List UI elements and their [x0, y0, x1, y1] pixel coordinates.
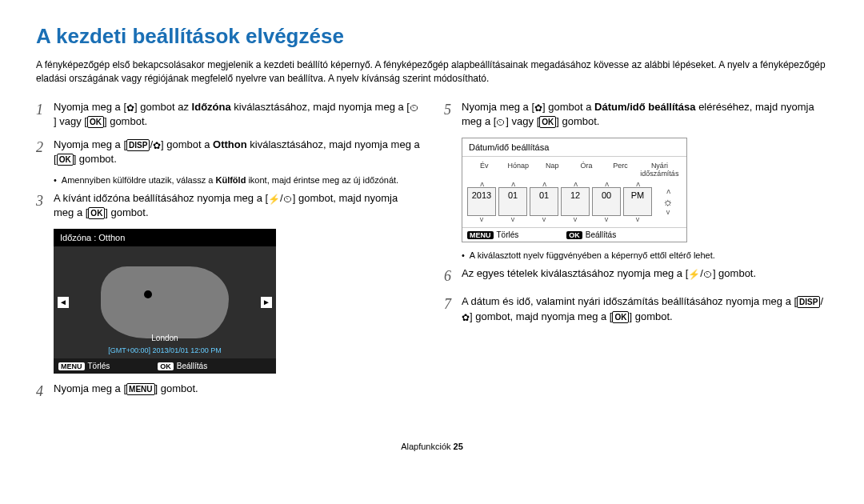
flash-icon	[688, 268, 700, 282]
flower-icon	[153, 139, 161, 153]
datetime-note: A kiválasztott nyelv függvényében a képe…	[462, 250, 828, 260]
dst-toggle[interactable]: ☼	[654, 187, 682, 216]
min-spinner[interactable]: 00	[592, 187, 621, 216]
right-column: 5 Nyomja meg a [] gombot a Dátum/idő beá…	[444, 100, 828, 410]
cancel-label: Törlés	[497, 230, 519, 239]
ok-icon: OK	[57, 154, 74, 166]
timer-icon	[496, 116, 506, 130]
sun-icon: ☼	[663, 195, 674, 208]
step-number: 5	[444, 100, 462, 130]
step-1: 1 Nyomja meg a [] gombot az Időzóna kivá…	[36, 100, 420, 130]
timer-icon	[703, 268, 713, 282]
year-spinner[interactable]: 2013	[467, 187, 496, 216]
content-columns: 1 Nyomja meg a [] gombot az Időzóna kivá…	[36, 100, 828, 410]
menu-icon: MENU	[126, 383, 154, 395]
flash-icon	[268, 193, 280, 206]
step-7: 7 A dátum és idő, valamint nyári időszám…	[444, 294, 828, 324]
next-arrow[interactable]: ►	[261, 297, 272, 308]
ok-icon: OK	[88, 207, 105, 219]
disp-icon: DISP	[797, 296, 820, 308]
ok-icon: OK	[539, 116, 556, 128]
ok-icon: OK	[612, 311, 629, 323]
timezone-panel: Időzóna : Otthon ◄ ► London [GMT+00:00] …	[54, 229, 276, 374]
set-label: Beállítás	[177, 362, 207, 370]
ok-icon: OK	[87, 116, 104, 128]
ok-icon: OK	[158, 362, 174, 370]
page-footer: Alapfunkciók 25	[36, 442, 828, 451]
step-number: 7	[444, 294, 462, 324]
menu-icon: MENU	[467, 231, 494, 239]
step-3: 3 A kívánt időzóna beállításához nyomja …	[36, 191, 420, 221]
step-2: 2 Nyomja meg a [DISP/] gombot a Otthon k…	[36, 138, 420, 167]
step-4: 4 Nyomja meg a [MENU] gombot.	[36, 382, 420, 402]
menu-icon: MENU	[58, 362, 85, 370]
flower-icon	[534, 102, 542, 115]
page-title: A kezdeti beállítások elvégzése	[36, 24, 828, 49]
step-number: 4	[36, 382, 54, 402]
flower-icon	[126, 102, 134, 115]
intro-text: A fényképezőgép első bekapcsolásakor meg…	[36, 58, 828, 86]
month-spinner[interactable]: 01	[498, 187, 527, 216]
step-number: 6	[444, 266, 462, 286]
step-number: 1	[36, 100, 54, 130]
step-2-bullet: Amennyiben külföldre utazik, válassz a K…	[54, 175, 420, 185]
step-6: 6 Az egyes tételek kiválasztásához nyomj…	[444, 266, 828, 286]
prev-arrow[interactable]: ◄	[58, 297, 69, 308]
left-column: 1 Nyomja meg a [] gombot az Időzóna kivá…	[36, 100, 420, 410]
disp-icon: DISP	[126, 139, 150, 151]
timer-icon	[410, 102, 419, 115]
cancel-label: Törlés	[88, 362, 110, 370]
set-label: Beállítás	[586, 230, 616, 239]
day-spinner[interactable]: 01	[530, 187, 558, 216]
datetime-title: Dátum/idő beállítása	[462, 138, 686, 157]
timezone-title: Időzóna : Otthon	[54, 229, 276, 246]
datetime-panel: Dátum/idő beállítása Év Hónap Nap Óra Pe…	[462, 138, 687, 242]
gmt-label: [GMT+00:00] 2013/01/01 12:00 PM	[54, 346, 276, 354]
city-label: London	[54, 334, 276, 342]
ok-icon: OK	[566, 231, 582, 239]
timezone-map: ◄ ► London [GMT+00:00] 2013/01/01 12:00 …	[54, 246, 276, 358]
step-number: 2	[36, 138, 54, 167]
step-5: 5 Nyomja meg a [] gombot a Dátum/idő beá…	[444, 100, 828, 130]
world-map	[101, 266, 229, 338]
timer-icon	[283, 193, 293, 206]
ampm-spinner[interactable]: PM	[623, 187, 652, 216]
flower-icon	[462, 311, 470, 325]
step-number: 3	[36, 191, 54, 221]
hour-spinner[interactable]: 12	[561, 187, 590, 216]
